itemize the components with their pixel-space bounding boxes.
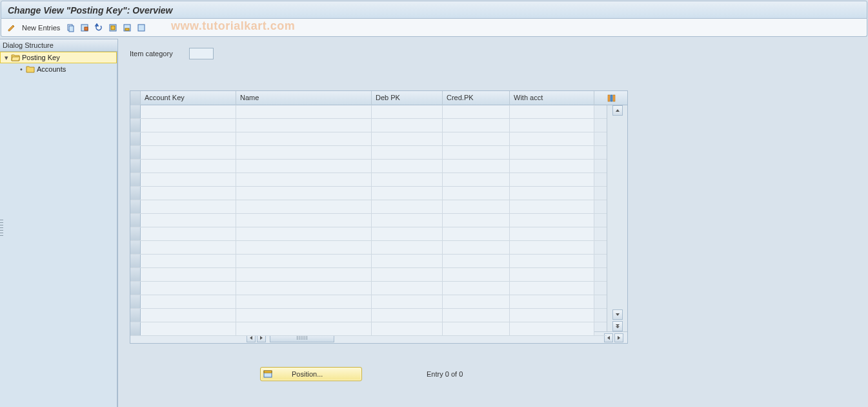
table-cell[interactable] (141, 241, 236, 254)
table-cell[interactable] (443, 146, 510, 159)
row-selector-cell[interactable] (130, 268, 141, 281)
table-cell[interactable] (510, 295, 594, 308)
table-cell[interactable] (372, 173, 443, 186)
position-button[interactable]: Position... (260, 367, 362, 381)
row-selector-cell[interactable] (130, 322, 141, 335)
row-selector-header[interactable] (130, 91, 141, 105)
table-cell[interactable] (510, 119, 594, 132)
table-cell[interactable] (443, 241, 510, 254)
table-cell[interactable] (141, 105, 236, 118)
table-row[interactable] (130, 132, 607, 146)
row-selector-cell[interactable] (130, 160, 141, 172)
new-entries-button[interactable]: New Entries (22, 24, 60, 32)
table-cell[interactable] (141, 160, 236, 172)
vertical-scrollbar[interactable] (607, 105, 627, 331)
table-row[interactable] (130, 309, 607, 322)
table-cell[interactable] (236, 295, 372, 308)
table-cell[interactable] (510, 214, 594, 227)
table-cell[interactable] (141, 309, 236, 322)
table-cell[interactable] (236, 309, 372, 322)
table-cell[interactable] (510, 146, 594, 159)
table-cell[interactable] (443, 173, 510, 186)
table-cell[interactable] (236, 160, 372, 172)
table-cell[interactable] (510, 227, 594, 240)
table-cell[interactable] (372, 268, 443, 281)
table-row[interactable] (130, 173, 607, 187)
scroll-right2-icon[interactable] (614, 333, 623, 342)
table-cell[interactable] (443, 119, 510, 132)
table-cell[interactable] (141, 200, 236, 213)
table-cell[interactable] (372, 160, 443, 172)
row-selector-cell[interactable] (130, 105, 141, 118)
table-cell[interactable] (443, 200, 510, 213)
row-selector-cell[interactable] (130, 214, 141, 227)
sidebar-resize-handle[interactable] (0, 220, 3, 236)
table-cell[interactable] (236, 255, 372, 267)
table-cell[interactable] (141, 268, 236, 281)
table-cell[interactable] (141, 295, 236, 308)
table-row[interactable] (130, 146, 607, 160)
col-name[interactable]: Name (236, 91, 372, 105)
col-with-acct[interactable]: With acct (510, 91, 594, 105)
table-configure-icon[interactable] (594, 91, 627, 105)
table-cell[interactable] (236, 322, 372, 335)
table-cell[interactable] (141, 173, 236, 186)
table-cell[interactable] (141, 227, 236, 240)
row-selector-cell[interactable] (130, 255, 141, 267)
row-selector-cell[interactable] (130, 241, 141, 254)
table-cell[interactable] (443, 214, 510, 227)
scroll-up-icon[interactable] (612, 105, 623, 116)
table-row[interactable] (130, 282, 607, 295)
select-all-icon[interactable] (106, 21, 119, 34)
table-cell[interactable] (141, 119, 236, 132)
table-cell[interactable] (141, 146, 236, 159)
table-cell[interactable] (372, 132, 443, 145)
table-cell[interactable] (372, 309, 443, 322)
table-cell[interactable] (443, 187, 510, 200)
table-cell[interactable] (236, 187, 372, 200)
row-selector-cell[interactable] (130, 200, 141, 213)
copy-icon[interactable] (64, 21, 77, 34)
table-cell[interactable] (372, 105, 443, 118)
table-cell[interactable] (510, 200, 594, 213)
row-selector-cell[interactable] (130, 173, 141, 186)
table-cell[interactable] (141, 187, 236, 200)
col-account-key[interactable]: Account Key (141, 91, 236, 105)
table-cell[interactable] (141, 282, 236, 295)
table-cell[interactable] (510, 187, 594, 200)
table-cell[interactable] (443, 295, 510, 308)
row-selector-cell[interactable] (130, 119, 141, 132)
change-icon[interactable] (5, 21, 18, 34)
table-cell[interactable] (372, 227, 443, 240)
scroll-bottom-icon[interactable] (612, 321, 623, 331)
row-selector-cell[interactable] (130, 309, 141, 322)
table-cell[interactable] (443, 268, 510, 281)
table-cell[interactable] (510, 160, 594, 172)
table-cell[interactable] (372, 214, 443, 227)
table-cell[interactable] (236, 214, 372, 227)
table-cell[interactable] (510, 255, 594, 267)
table-row[interactable] (130, 105, 607, 119)
undo-icon[interactable] (92, 21, 105, 34)
row-selector-cell[interactable] (130, 187, 141, 200)
table-cell[interactable] (236, 173, 372, 186)
table-cell[interactable] (372, 282, 443, 295)
table-cell[interactable] (236, 146, 372, 159)
table-cell[interactable] (510, 309, 594, 322)
scroll-down-icon[interactable] (612, 309, 623, 320)
table-cell[interactable] (443, 160, 510, 172)
table-row[interactable] (130, 295, 607, 309)
table-cell[interactable] (443, 227, 510, 240)
tree-node-accounts[interactable]: • Accounts (0, 63, 117, 75)
row-selector-cell[interactable] (130, 132, 141, 145)
table-cell[interactable] (236, 241, 372, 254)
table-row[interactable] (130, 322, 607, 336)
table-cell[interactable] (443, 132, 510, 145)
tree-node-posting-key[interactable]: ▾ Posting Key (0, 52, 117, 63)
row-selector-cell[interactable] (130, 295, 141, 308)
table-cell[interactable] (510, 105, 594, 118)
table-cell[interactable] (236, 132, 372, 145)
table-cell[interactable] (372, 322, 443, 335)
col-deb-pk[interactable]: Deb PK (372, 91, 443, 105)
table-cell[interactable] (443, 255, 510, 267)
